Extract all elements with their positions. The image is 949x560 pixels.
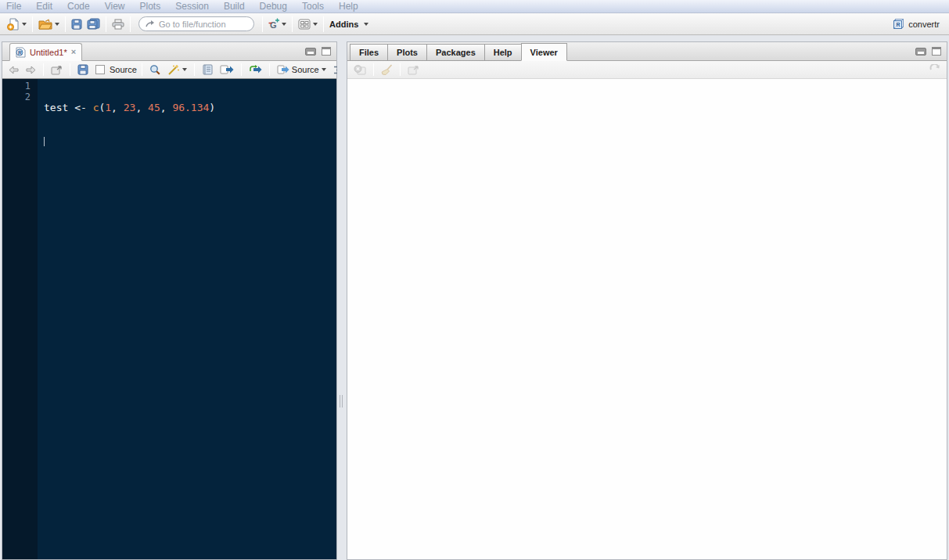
find-replace-button[interactable] <box>147 63 163 76</box>
tab-packages[interactable]: Packages <box>426 44 485 61</box>
svg-text:R: R <box>18 49 22 55</box>
open-file-button[interactable] <box>36 18 62 31</box>
source-button[interactable]: Source <box>275 64 329 75</box>
source-tab-title: Untitled1* <box>30 48 67 57</box>
source-run-icon <box>277 65 289 74</box>
new-file-dropdown-caret[interactable] <box>22 23 27 26</box>
workspace-panes-button[interactable] <box>296 18 320 31</box>
main-toolbar: G Addins R <box>0 13 949 35</box>
toolbar-separator <box>292 16 293 32</box>
source-on-save-label: Source <box>110 65 137 74</box>
viewer-pane: Files Plots Packages Help Viewer <box>347 41 947 560</box>
tab-viewer[interactable]: Viewer <box>521 43 567 61</box>
version-control-dropdown-caret[interactable] <box>282 23 286 26</box>
project-cube-icon: R <box>893 18 904 30</box>
addins-dropdown-caret[interactable] <box>364 23 368 26</box>
toolbar-separator <box>65 16 66 32</box>
tab-help[interactable]: Help <box>484 44 522 61</box>
source-pane: R Untitled1* × <box>2 41 337 560</box>
line-number-gutter: 1 2 <box>2 79 38 559</box>
code-editor[interactable]: 1 2 test <- c(1, 23, 45, 96.134) <box>2 79 336 559</box>
menu-debug[interactable]: Debug <box>260 1 287 12</box>
code-tools-dropdown-caret[interactable] <box>182 68 187 71</box>
maximize-pane-icon[interactable] <box>932 47 941 56</box>
open-file-dropdown-caret[interactable] <box>55 23 59 26</box>
toolbar-separator <box>262 16 263 32</box>
source-tab-untitled1[interactable]: R Untitled1* × <box>9 43 82 61</box>
checkbox-unchecked[interactable] <box>95 65 105 74</box>
popout-window-button[interactable] <box>49 64 65 76</box>
menu-view[interactable]: View <box>105 1 125 12</box>
addins-label: Addins <box>329 20 358 29</box>
toolbar-separator <box>323 16 324 32</box>
open-file-icon <box>38 19 52 30</box>
version-control-button[interactable]: G <box>266 17 289 31</box>
goto-file-input[interactable] <box>159 20 247 29</box>
refresh-viewer-button[interactable] <box>927 63 943 76</box>
code-tools-button[interactable] <box>165 63 189 76</box>
source-dropdown-caret[interactable] <box>322 68 326 71</box>
text-cursor <box>44 137 45 146</box>
new-file-button[interactable] <box>5 17 29 31</box>
menu-plots[interactable]: Plots <box>140 1 161 12</box>
magic-wand-icon <box>167 64 180 75</box>
source-on-save-checkbox[interactable] <box>93 64 107 75</box>
menu-bar: File Edit Code View Plots Session Build … <box>0 0 949 13</box>
new-file-icon <box>7 18 20 31</box>
goto-file-search[interactable] <box>138 16 254 31</box>
menu-build[interactable]: Build <box>224 1 245 12</box>
menu-help[interactable]: Help <box>339 1 358 12</box>
menu-edit[interactable]: Edit <box>36 1 52 12</box>
code-line-1: test <- c(1, 23, 45, 96.134) <box>44 102 336 113</box>
source-editor-toolbar: Source <box>2 61 336 79</box>
viewer-toolbar <box>347 61 947 79</box>
menu-code[interactable]: Code <box>67 1 90 12</box>
save-document-button[interactable] <box>75 63 91 76</box>
pane-splitter[interactable] <box>337 41 347 560</box>
svg-text:R: R <box>897 22 900 27</box>
line-number: 2 <box>2 92 31 102</box>
print-button[interactable] <box>110 18 127 31</box>
save-button[interactable] <box>69 18 84 31</box>
version-control-icon: G <box>268 18 279 31</box>
compile-notebook-button[interactable] <box>200 63 215 76</box>
splitter-grip-icon <box>340 395 343 407</box>
menu-file[interactable]: File <box>6 1 21 12</box>
stop-viewer-button[interactable] <box>351 64 368 76</box>
print-icon <box>112 19 124 30</box>
save-all-button[interactable] <box>84 17 102 31</box>
toolbar-separator <box>32 16 33 32</box>
tab-files[interactable]: Files <box>350 44 388 61</box>
addins-button[interactable]: Addins <box>327 19 371 30</box>
forward-button[interactable] <box>23 65 38 75</box>
svg-text:G: G <box>270 20 277 30</box>
code-line-2 <box>44 135 336 146</box>
close-tab-icon[interactable]: × <box>71 48 76 56</box>
save-all-icon <box>87 18 100 30</box>
workspace-panes-icon <box>298 19 311 30</box>
save-icon <box>71 19 82 30</box>
menu-tools[interactable]: Tools <box>302 1 324 12</box>
broom-icon <box>381 64 393 75</box>
toolbar-separator <box>106 16 106 32</box>
minimize-pane-icon[interactable] <box>915 48 926 56</box>
workspace-panes-dropdown-caret[interactable] <box>313 23 318 26</box>
clear-viewer-button[interactable] <box>379 63 395 76</box>
goto-arrow-icon <box>146 20 155 28</box>
back-button[interactable] <box>6 65 21 75</box>
viewer-popout-button[interactable] <box>405 64 422 76</box>
viewer-tabbar: Files Plots Packages Help Viewer <box>347 42 947 61</box>
rerun-button[interactable] <box>246 64 264 75</box>
project-name: convertr <box>908 20 940 29</box>
project-selector[interactable]: R convertr <box>893 18 944 30</box>
source-tabbar: R Untitled1* × <box>2 42 336 61</box>
popout-icon <box>408 65 419 75</box>
tab-plots[interactable]: Plots <box>387 44 427 61</box>
code-area[interactable]: test <- c(1, 23, 45, 96.134) <box>38 79 336 559</box>
menu-session[interactable]: Session <box>175 1 209 12</box>
minimize-pane-icon[interactable] <box>305 48 316 56</box>
r-file-icon: R <box>16 47 26 58</box>
run-button[interactable] <box>217 64 236 75</box>
maximize-pane-icon[interactable] <box>322 47 331 56</box>
line-number: 1 <box>2 81 31 92</box>
